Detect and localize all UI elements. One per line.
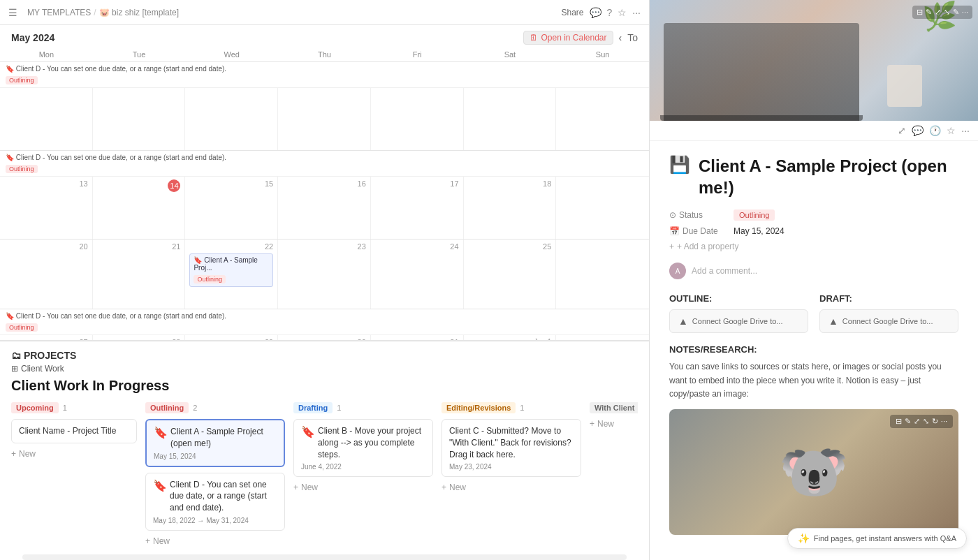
cell-18: 18 [464, 177, 557, 239]
more-icon[interactable]: ··· [632, 7, 641, 18]
page-content: 💾 Client A - Sample Project (open me!) ⊙… [650, 141, 978, 560]
help-icon[interactable]: ? [607, 7, 613, 18]
img-tool-4[interactable]: ⤡ [944, 8, 950, 17]
breadcrumb: MY TEMPLATES / 🐷 biz shiz [template] [27, 8, 179, 17]
card-icon-3: 🔖 [301, 425, 315, 439]
page-icon: 💾 [669, 155, 690, 175]
rt-more-icon[interactable]: ··· [961, 125, 970, 136]
animal-tool-4[interactable]: ⤡ [923, 417, 929, 426]
due-date-label: 📅 Due Date [669, 226, 725, 236]
outline-label: OUTLINE: [669, 293, 808, 304]
breadcrumb-doc[interactable]: 🐷 biz shiz [template] [99, 8, 179, 17]
cell-13: 13 [0, 177, 93, 239]
cal-prev-button[interactable]: ‹ [619, 32, 622, 43]
outline-drive-connect[interactable]: ▲ Connect Google Drive to... [669, 309, 808, 333]
col-count-drafting: 1 [337, 404, 341, 412]
share-button[interactable]: Share [562, 8, 584, 17]
horizontal-scrollbar[interactable] [22, 554, 627, 560]
col-header-outlining: Outlining 2 [145, 402, 285, 413]
add-editing-button[interactable]: + New [441, 482, 581, 492]
img-tool-1[interactable]: ⊟ [917, 8, 923, 17]
cell-empty-4 [278, 88, 371, 150]
status-value[interactable]: Outlining [734, 209, 775, 221]
outline-col: OUTLINE: ▲ Connect Google Drive to... [669, 293, 808, 333]
comment-placeholder[interactable]: Add a comment... [692, 266, 757, 276]
kanban-col-withclient: With Client 0 + New [590, 402, 638, 546]
calendar-week-3: 20 21 22 🔖 Client A - Sample Proj... Out… [0, 240, 649, 309]
comment-icon[interactable]: 💬 [590, 7, 601, 18]
cell-22: 22 🔖 Client A - Sample Proj... Outlining [185, 240, 278, 309]
card-date-outlining-2: May 18, 2022 → May 31, 2024 [153, 517, 277, 524]
cell-empty-5 [371, 88, 464, 150]
kanban-card-outlining-1[interactable]: 🔖 Client A - Sample Project (open me!) M… [145, 419, 285, 467]
add-drafting-button[interactable]: + New [293, 482, 433, 492]
client-work-link[interactable]: ⊞ Client Work [11, 364, 638, 374]
cover-image: 🌿 ⊟ ✎ ⤢ ⤡ ✎ ··· [650, 0, 978, 121]
cell-29: 29 [185, 335, 278, 340]
calendar-controls: 🗓 Open in Calendar ‹ To [523, 31, 638, 45]
kanban-card-drafting-1[interactable]: 🔖 Client B - Move your project along -->… [293, 419, 433, 477]
day-header-sun: Sun [556, 47, 649, 61]
cell-jun1: Jun 1 [464, 335, 557, 340]
cell-w3-7 [556, 240, 649, 309]
cell-empty-1 [0, 88, 93, 150]
breadcrumb-templates[interactable]: MY TEMPLATES [27, 8, 91, 17]
rt-clock-icon[interactable]: 🕐 [929, 125, 941, 136]
cell-16: 16 [278, 177, 371, 239]
client-d-event-3[interactable]: 🔖 Client D - You can set one due date, o… [6, 312, 643, 332]
img-tool-3[interactable]: ⤢ [935, 8, 941, 17]
open-calendar-button[interactable]: 🗓 Open in Calendar [523, 31, 613, 45]
col-header-upcoming: Upcoming 1 [11, 402, 137, 413]
calendar-month-title: May 2024 [11, 32, 54, 43]
draft-drive-connect[interactable]: ▲ Connect Google Drive to... [819, 309, 958, 333]
kanban-col-drafting: Drafting 1 🔖 Client B - Move your projec… [293, 402, 433, 546]
rt-star-icon[interactable]: ☆ [947, 125, 956, 136]
cell-30: 30 Client C - Submitted? M... Editing/Re… [278, 335, 371, 340]
animal-tool-2[interactable]: ✎ [905, 417, 911, 426]
calendar-week-2: 13 14 15 16 17 18 [0, 177, 649, 240]
card-date-editing-1: May 23, 2024 [449, 463, 574, 471]
cell-w2-7 [556, 177, 649, 239]
col-header-drafting: Drafting 1 [293, 402, 433, 413]
add-upcoming-button[interactable]: + New [11, 449, 137, 459]
add-withclient-button[interactable]: + New [590, 419, 638, 429]
kanban-col-upcoming: Upcoming 1 Client Name - Project Title +… [11, 402, 137, 546]
rt-comment-icon[interactable]: 💬 [912, 125, 924, 136]
col-label-outlining: Outlining [145, 402, 189, 413]
client-d-event-1[interactable]: 🔖 Client D - You can set one due date, o… [6, 65, 643, 84]
add-property-button[interactable]: + + Add a property [669, 242, 958, 251]
animal-tool-1[interactable]: ⊟ [896, 417, 902, 426]
calendar-week-4: 27 28 29 30 Client C - Submitted? M... E… [0, 335, 649, 340]
cell-20: 20 [0, 240, 93, 309]
animal-tool-3[interactable]: ⤢ [914, 417, 920, 426]
animal-tool-5[interactable]: ↻ [932, 417, 938, 426]
kanban-card-editing-1[interactable]: Client C - Submitted? Move to "With Clie… [441, 419, 581, 477]
cal-next-button[interactable]: To [627, 32, 638, 43]
add-outlining-button[interactable]: + New [145, 536, 285, 546]
day-header-wed: Wed [185, 47, 278, 61]
img-tool-more[interactable]: ··· [962, 8, 968, 17]
cell-23: 23 [278, 240, 371, 309]
card-date-outlining-1: May 15, 2024 [154, 452, 277, 460]
col-label-editing: Editing/Revisions [441, 402, 516, 413]
card-title-outlining-2: Client D - You can set one due date, or … [170, 479, 277, 514]
img-tool-2[interactable]: ✎ [926, 8, 932, 17]
top-bar: ☰ MY TEMPLATES / 🐷 biz shiz [template] S… [0, 0, 649, 25]
kanban-card-upcoming-1[interactable]: Client Name - Project Title [11, 419, 137, 443]
top-bar-right: Share 💬 ? ☆ ··· [562, 7, 641, 18]
rt-expand-icon[interactable]: ⤢ [898, 125, 906, 136]
cell-17: 17 [371, 177, 464, 239]
day-header-tue: Tue [93, 47, 186, 61]
cell-15: 15 [185, 177, 278, 239]
kanban-card-outlining-2[interactable]: 🔖 Client D - You can set one due date, o… [145, 473, 285, 531]
ai-assistant-button[interactable]: ✨ Find pages, get instant answers with Q… [787, 528, 967, 549]
card-title-upcoming-1: Client Name - Project Title [19, 425, 129, 437]
animal-tool-more[interactable]: ··· [941, 417, 947, 426]
bookmark-icon[interactable]: ☆ [618, 7, 627, 18]
cell-21: 21 [93, 240, 186, 309]
img-tool-5[interactable]: ✎ [953, 8, 959, 17]
status-label: ⊙ Status [669, 210, 725, 220]
client-d-event-2[interactable]: 🔖 Client D - You can set one due date, o… [6, 154, 643, 173]
client-a-event[interactable]: 🔖 Client A - Sample Proj... Outlining [189, 253, 273, 287]
hamburger-icon[interactable]: ☰ [8, 7, 17, 18]
